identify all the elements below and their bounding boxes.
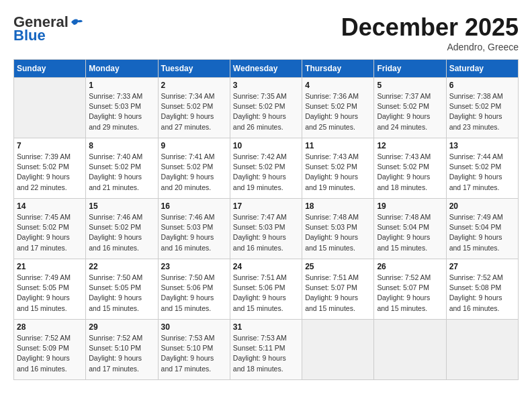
- day-info: Sunrise: 7:52 AMSunset: 5:07 PMDaylight:…: [377, 273, 443, 314]
- calendar-cell: 9Sunrise: 7:41 AMSunset: 5:02 PMDaylight…: [158, 138, 230, 199]
- day-number: 5: [377, 81, 443, 90]
- day-number: 8: [89, 141, 154, 150]
- calendar-cell: [14, 78, 86, 138]
- day-info: Sunrise: 7:33 AMSunset: 5:03 PMDaylight:…: [89, 91, 154, 132]
- logo-blue-text: Blue: [13, 27, 46, 44]
- day-number: 29: [89, 322, 154, 332]
- calendar-cell: 12Sunrise: 7:43 AMSunset: 5:02 PMDayligh…: [374, 138, 446, 199]
- col-header-tuesday: Tuesday: [158, 60, 230, 78]
- day-number: 20: [449, 201, 515, 211]
- day-info: Sunrise: 7:36 AMSunset: 5:02 PMDaylight:…: [305, 91, 371, 132]
- calendar-cell: 2Sunrise: 7:34 AMSunset: 5:02 PMDaylight…: [158, 78, 230, 138]
- calendar-cell: 26Sunrise: 7:52 AMSunset: 5:07 PMDayligh…: [374, 259, 446, 320]
- day-number: 9: [161, 141, 227, 150]
- day-info: Sunrise: 7:52 AMSunset: 5:08 PMDaylight:…: [449, 273, 515, 314]
- calendar-cell: 3Sunrise: 7:35 AMSunset: 5:02 PMDaylight…: [230, 78, 302, 138]
- day-info: Sunrise: 7:40 AMSunset: 5:02 PMDaylight:…: [89, 152, 154, 193]
- day-info: Sunrise: 7:38 AMSunset: 5:02 PMDaylight:…: [449, 91, 515, 132]
- calendar-cell: 24Sunrise: 7:51 AMSunset: 5:06 PMDayligh…: [230, 259, 302, 320]
- day-info: Sunrise: 7:44 AMSunset: 5:02 PMDaylight:…: [449, 152, 515, 193]
- day-info: Sunrise: 7:50 AMSunset: 5:06 PMDaylight:…: [161, 273, 227, 314]
- day-info: Sunrise: 7:39 AMSunset: 5:02 PMDaylight:…: [17, 152, 83, 193]
- calendar-cell: 5Sunrise: 7:37 AMSunset: 5:02 PMDaylight…: [374, 78, 446, 138]
- page-header: General Blue December 2025 Adendro, Gree…: [13, 13, 519, 52]
- calendar-week-3: 14Sunrise: 7:45 AMSunset: 5:02 PMDayligh…: [14, 199, 519, 259]
- calendar-week-2: 7Sunrise: 7:39 AMSunset: 5:02 PMDaylight…: [14, 138, 519, 199]
- calendar-cell: 13Sunrise: 7:44 AMSunset: 5:02 PMDayligh…: [446, 138, 518, 199]
- day-number: 19: [377, 201, 443, 211]
- day-info: Sunrise: 7:42 AMSunset: 5:02 PMDaylight:…: [233, 152, 299, 193]
- day-number: 23: [161, 262, 227, 271]
- calendar-header-row: SundayMondayTuesdayWednesdayThursdayFrid…: [14, 60, 519, 78]
- day-number: 27: [449, 262, 515, 271]
- month-title: December 2025: [341, 13, 519, 42]
- day-number: 12: [377, 141, 443, 150]
- day-number: 17: [233, 201, 299, 211]
- calendar-cell: 15Sunrise: 7:46 AMSunset: 5:02 PMDayligh…: [86, 199, 158, 259]
- calendar-cell: 8Sunrise: 7:40 AMSunset: 5:02 PMDaylight…: [86, 138, 158, 199]
- calendar-cell: [446, 320, 518, 380]
- day-info: Sunrise: 7:48 AMSunset: 5:04 PMDaylight:…: [377, 212, 443, 253]
- location-subtitle: Adendro, Greece: [341, 42, 519, 52]
- day-number: 6: [449, 81, 515, 90]
- calendar-cell: 23Sunrise: 7:50 AMSunset: 5:06 PMDayligh…: [158, 259, 230, 320]
- day-info: Sunrise: 7:53 AMSunset: 5:11 PMDaylight:…: [233, 333, 299, 374]
- calendar-cell: 11Sunrise: 7:43 AMSunset: 5:02 PMDayligh…: [302, 138, 374, 199]
- day-number: 10: [233, 141, 299, 150]
- calendar-cell: 6Sunrise: 7:38 AMSunset: 5:02 PMDaylight…: [446, 78, 518, 138]
- calendar-cell: 1Sunrise: 7:33 AMSunset: 5:03 PMDaylight…: [86, 78, 158, 138]
- calendar-cell: 25Sunrise: 7:51 AMSunset: 5:07 PMDayligh…: [302, 259, 374, 320]
- calendar-cell: 27Sunrise: 7:52 AMSunset: 5:08 PMDayligh…: [446, 259, 518, 320]
- col-header-monday: Monday: [86, 60, 158, 78]
- day-number: 28: [17, 322, 83, 332]
- day-number: 15: [89, 201, 154, 211]
- calendar-cell: 4Sunrise: 7:36 AMSunset: 5:02 PMDaylight…: [302, 78, 374, 138]
- col-header-sunday: Sunday: [14, 60, 86, 78]
- day-number: 26: [377, 262, 443, 271]
- day-number: 14: [17, 201, 83, 211]
- col-header-wednesday: Wednesday: [230, 60, 302, 78]
- day-info: Sunrise: 7:48 AMSunset: 5:03 PMDaylight:…: [305, 212, 371, 253]
- day-info: Sunrise: 7:51 AMSunset: 5:07 PMDaylight:…: [305, 273, 371, 314]
- calendar-week-5: 28Sunrise: 7:52 AMSunset: 5:09 PMDayligh…: [14, 320, 519, 380]
- calendar-cell: 31Sunrise: 7:53 AMSunset: 5:11 PMDayligh…: [230, 320, 302, 380]
- day-number: 7: [17, 141, 83, 150]
- day-number: 22: [89, 262, 154, 271]
- day-info: Sunrise: 7:43 AMSunset: 5:02 PMDaylight:…: [377, 152, 443, 193]
- calendar-cell: 22Sunrise: 7:50 AMSunset: 5:05 PMDayligh…: [86, 259, 158, 320]
- calendar-cell: 20Sunrise: 7:49 AMSunset: 5:04 PMDayligh…: [446, 199, 518, 259]
- col-header-thursday: Thursday: [302, 60, 374, 78]
- calendar-cell: 28Sunrise: 7:52 AMSunset: 5:09 PMDayligh…: [14, 320, 86, 380]
- calendar-week-4: 21Sunrise: 7:49 AMSunset: 5:05 PMDayligh…: [14, 259, 519, 320]
- day-info: Sunrise: 7:35 AMSunset: 5:02 PMDaylight:…: [233, 91, 299, 132]
- day-number: 3: [233, 81, 299, 90]
- calendar-cell: 7Sunrise: 7:39 AMSunset: 5:02 PMDaylight…: [14, 138, 86, 199]
- day-info: Sunrise: 7:43 AMSunset: 5:02 PMDaylight:…: [305, 152, 371, 193]
- day-info: Sunrise: 7:52 AMSunset: 5:10 PMDaylight:…: [89, 333, 154, 374]
- logo-bird-icon: [70, 17, 83, 28]
- day-number: 24: [233, 262, 299, 271]
- day-info: Sunrise: 7:46 AMSunset: 5:02 PMDaylight:…: [89, 212, 154, 253]
- day-number: 2: [161, 81, 227, 90]
- calendar-cell: 18Sunrise: 7:48 AMSunset: 5:03 PMDayligh…: [302, 199, 374, 259]
- day-info: Sunrise: 7:49 AMSunset: 5:04 PMDaylight:…: [449, 212, 515, 253]
- day-number: 30: [161, 322, 227, 332]
- day-info: Sunrise: 7:52 AMSunset: 5:09 PMDaylight:…: [17, 333, 83, 374]
- col-header-saturday: Saturday: [446, 60, 518, 78]
- day-info: Sunrise: 7:51 AMSunset: 5:06 PMDaylight:…: [233, 273, 299, 314]
- day-number: 11: [305, 141, 371, 150]
- title-block: December 2025 Adendro, Greece: [341, 13, 519, 52]
- day-number: 25: [305, 262, 371, 271]
- day-number: 21: [17, 262, 83, 271]
- day-info: Sunrise: 7:37 AMSunset: 5:02 PMDaylight:…: [377, 91, 443, 132]
- day-info: Sunrise: 7:50 AMSunset: 5:05 PMDaylight:…: [89, 273, 154, 314]
- col-header-friday: Friday: [374, 60, 446, 78]
- day-number: 18: [305, 201, 371, 211]
- day-number: 31: [233, 322, 299, 332]
- calendar-cell: 30Sunrise: 7:53 AMSunset: 5:10 PMDayligh…: [158, 320, 230, 380]
- day-number: 13: [449, 141, 515, 150]
- day-info: Sunrise: 7:49 AMSunset: 5:05 PMDaylight:…: [17, 273, 83, 314]
- calendar-cell: 17Sunrise: 7:47 AMSunset: 5:03 PMDayligh…: [230, 199, 302, 259]
- calendar-cell: 21Sunrise: 7:49 AMSunset: 5:05 PMDayligh…: [14, 259, 86, 320]
- calendar-week-1: 1Sunrise: 7:33 AMSunset: 5:03 PMDaylight…: [14, 78, 519, 138]
